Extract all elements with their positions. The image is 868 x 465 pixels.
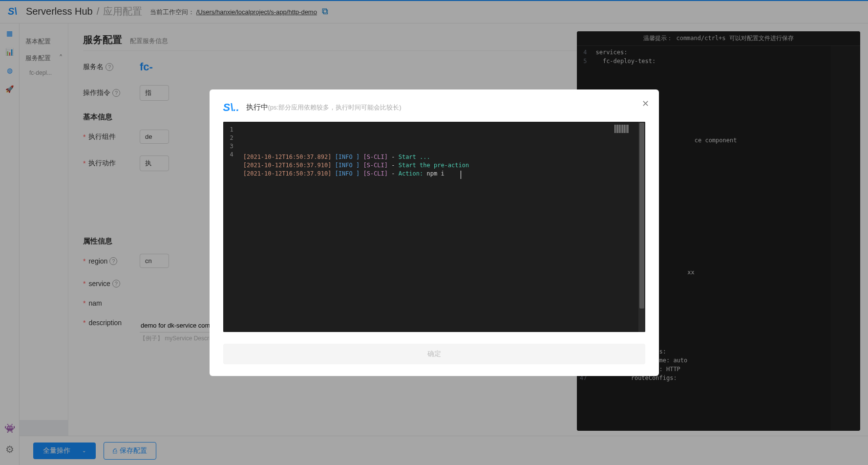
ok-button[interactable]: 确定 — [223, 344, 645, 364]
modal-title: 执行中(ps:部分应用依赖较多，执行时间可能会比较长) — [246, 103, 402, 112]
terminal-gutter: 1234 — [223, 122, 238, 332]
scrollbar-thumb[interactable] — [639, 123, 644, 309]
modal-logo: S\.. — [223, 101, 239, 114]
close-button[interactable]: ✕ — [642, 98, 649, 109]
text-cursor — [461, 171, 461, 179]
barcode-decoration — [614, 125, 629, 133]
terminal-scrollbar[interactable] — [638, 122, 645, 332]
terminal-body[interactable]: [2021-10-12T16:50:37.892] [INFO ] [S-CLI… — [238, 122, 638, 332]
execution-modal: ✕ S\.. 执行中(ps:部分应用依赖较多，执行时间可能会比较长) 1234 … — [210, 89, 659, 376]
modal-overlay: ✕ S\.. 执行中(ps:部分应用依赖较多，执行时间可能会比较长) 1234 … — [0, 0, 868, 465]
terminal-output[interactable]: 1234 [2021-10-12T16:50:37.892] [INFO ] [… — [223, 122, 645, 332]
